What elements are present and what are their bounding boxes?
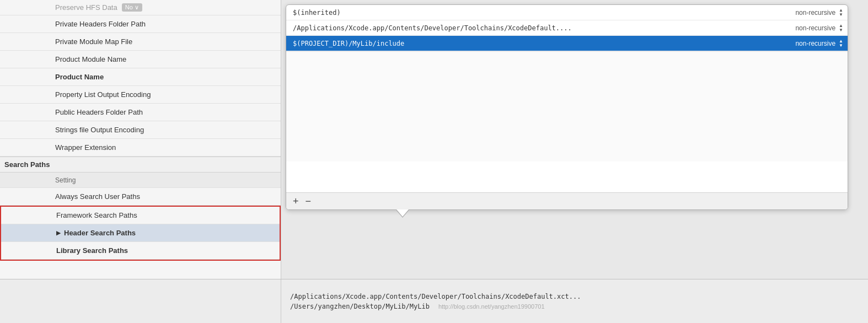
preserve-hfs-label: Preserve HFS Data bbox=[55, 3, 117, 12]
bottom-path-1: /Applications/Xcode.app/Contents/Develop… bbox=[290, 293, 859, 300]
popup-box: $(inherited) non-recursive ▲ ▼ /Applicat… bbox=[286, 4, 848, 210]
popup-wrapper: $(inherited) non-recursive ▲ ▼ /Applicat… bbox=[286, 4, 864, 210]
popup-row-inherited[interactable]: $(inherited) non-recursive ▲ ▼ bbox=[286, 5, 848, 20]
setting-row-strings-encoding[interactable]: Strings file Output Encoding bbox=[0, 121, 281, 139]
bottom-path-2: /Users/yangzhen/Desktop/MyLib/MyLib bbox=[290, 303, 430, 310]
popup-path-applications: /Applications/Xcode.app/Contents/Develop… bbox=[288, 23, 768, 33]
setting-row-wrapper-extension[interactable]: Wrapper Extension bbox=[0, 139, 281, 157]
popup-row-project-dir[interactable]: $(PROJECT_DIR)/MyLib/include non-recursi… bbox=[286, 36, 848, 51]
stepper-applications[interactable]: ▲ ▼ bbox=[839, 24, 843, 33]
bottom-left-spacer bbox=[0, 279, 281, 323]
popup-row-applications[interactable]: /Applications/Xcode.app/Contents/Develop… bbox=[286, 20, 848, 36]
right-panel: $(inherited) non-recursive ▲ ▼ /Applicat… bbox=[281, 0, 868, 279]
popup-empty-area bbox=[286, 51, 848, 162]
popup-toolbar: + − bbox=[286, 192, 848, 209]
stepper-inherited[interactable]: ▲ ▼ bbox=[839, 8, 843, 17]
remove-path-button[interactable]: − bbox=[304, 196, 313, 206]
subsection-setting-label: Setting bbox=[0, 173, 281, 188]
header-search-paths-row[interactable]: ▶ Header Search Paths bbox=[1, 224, 280, 242]
bottom-right-paths: /Applications/Xcode.app/Contents/Develop… bbox=[281, 279, 868, 323]
popup-recursive-applications: non-recursive ▲ ▼ bbox=[768, 24, 845, 33]
setting-row-product-name[interactable]: Product Name bbox=[0, 68, 281, 86]
no-value-badge: No ∨ bbox=[122, 3, 142, 12]
add-path-button[interactable]: + bbox=[292, 196, 300, 206]
callout-arrow bbox=[396, 210, 409, 218]
setting-row-private-headers[interactable]: Private Headers Folder Path bbox=[0, 15, 281, 33]
setting-row-plist-encoding[interactable]: Property List Output Encoding bbox=[0, 86, 281, 104]
setting-row-private-module[interactable]: Private Module Map File bbox=[0, 33, 281, 51]
search-paths-section-header: Search Paths bbox=[0, 157, 281, 173]
always-search-user-paths-row[interactable]: Always Search User Paths bbox=[0, 188, 281, 206]
library-search-paths-row[interactable]: Library Search Paths bbox=[1, 242, 280, 260]
setting-row-public-headers[interactable]: Public Headers Folder Path bbox=[0, 104, 281, 121]
bottom-comment: http://blog.csdn.net/yangzhen19900701 bbox=[438, 303, 545, 310]
main-container: Preserve HFS Data No ∨ Private Headers F… bbox=[0, 0, 868, 279]
framework-search-paths-row[interactable]: Framework Search Paths bbox=[1, 207, 280, 224]
red-border-group: Framework Search Paths ▶ Header Search P… bbox=[0, 206, 281, 261]
popup-recursive-project-dir: non-recursive ▲ ▼ bbox=[768, 39, 845, 48]
triangle-icon: ▶ bbox=[56, 230, 61, 236]
popup-path-inherited: $(inherited) bbox=[288, 8, 768, 18]
stepper-project-dir[interactable]: ▲ ▼ bbox=[839, 39, 843, 48]
preserve-hfs-row: Preserve HFS Data No ∨ bbox=[0, 0, 281, 15]
left-panel: Preserve HFS Data No ∨ Private Headers F… bbox=[0, 0, 281, 279]
popup-recursive-inherited: non-recursive ▲ ▼ bbox=[768, 8, 845, 17]
bottom-bar: /Applications/Xcode.app/Contents/Develop… bbox=[0, 279, 868, 323]
popup-inner: $(inherited) non-recursive ▲ ▼ /Applicat… bbox=[286, 5, 848, 192]
setting-row-product-module-name[interactable]: Product Module Name bbox=[0, 51, 281, 68]
popup-path-project-dir: $(PROJECT_DIR)/MyLib/include bbox=[288, 39, 768, 49]
